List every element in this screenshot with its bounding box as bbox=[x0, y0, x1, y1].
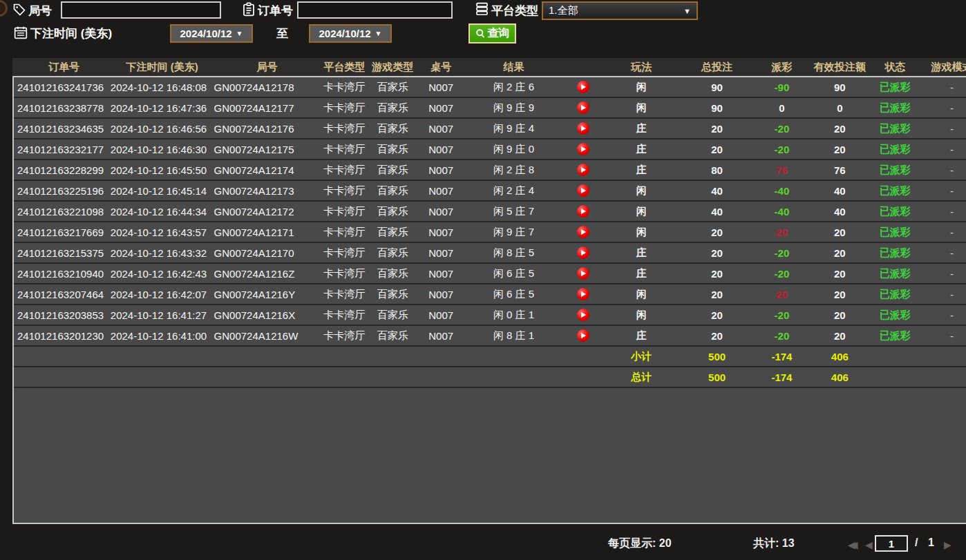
replay-play-icon[interactable] bbox=[577, 81, 589, 93]
cell-platform: 卡卡湾厅 bbox=[320, 184, 368, 197]
to-label: 至 bbox=[276, 26, 288, 41]
replay-play-icon[interactable] bbox=[577, 143, 589, 155]
cell-play bbox=[562, 267, 604, 280]
platform-type-value: 1.全部 bbox=[549, 4, 578, 17]
cell-result: 闲 6 庄 5 bbox=[465, 267, 562, 280]
cell-table_no: N007 bbox=[417, 123, 465, 135]
replay-play-icon[interactable] bbox=[577, 288, 589, 300]
cell-platform: 卡卡湾厅 bbox=[320, 267, 368, 280]
cell-total_bet: 500 bbox=[679, 351, 755, 363]
order-number-input[interactable] bbox=[297, 1, 453, 19]
column-header: 总投注 bbox=[679, 61, 755, 74]
cell-play bbox=[562, 309, 604, 321]
date-to-picker[interactable]: 2024/10/12 ▼ bbox=[309, 24, 392, 43]
cell-mode: - bbox=[919, 289, 966, 300]
cell-round: GN00724A1216Y bbox=[214, 289, 321, 300]
cell-round: GN00724A12174 bbox=[214, 164, 321, 176]
cell-result: 闲 9 庄 9 bbox=[465, 102, 562, 115]
next-page-icon[interactable]: ▶ bbox=[944, 537, 951, 553]
cell-play bbox=[562, 164, 604, 176]
subtotal-row: 小计500-174406 bbox=[14, 347, 966, 367]
cell-total_bet: 20 bbox=[679, 247, 755, 259]
query-button-label: 查询 bbox=[488, 26, 510, 41]
cell-platform: 卡卡湾厅 bbox=[320, 102, 368, 115]
cell-order: 241012163221098 bbox=[14, 206, 111, 218]
cell-game: 百家乐 bbox=[368, 122, 417, 135]
cell-play: 小计 bbox=[604, 350, 679, 363]
table-row: 2410121632074642024-10-12 16:42:07GN0072… bbox=[14, 284, 966, 305]
cell-platform: 卡卡湾厅 bbox=[320, 329, 368, 342]
cell-play bbox=[562, 143, 604, 155]
cell-play bbox=[562, 122, 604, 135]
prev-page-icon[interactable]: ◀ bbox=[865, 537, 873, 553]
date-from-picker[interactable]: 2024/10/12 ▼ bbox=[170, 24, 253, 43]
replay-play-icon[interactable] bbox=[577, 122, 589, 135]
replay-play-icon[interactable] bbox=[577, 102, 589, 114]
cell-mode: - bbox=[919, 164, 966, 176]
cell-result: 闲 8 庄 5 bbox=[465, 247, 562, 260]
cell-valid_bet: 20 bbox=[808, 330, 871, 342]
cell-order: 241012163232177 bbox=[14, 144, 111, 155]
replay-play-icon[interactable] bbox=[577, 205, 589, 218]
cell-game: 百家乐 bbox=[368, 143, 417, 156]
table-row: 2410121632210982024-10-12 16:44:34GN0072… bbox=[14, 202, 966, 222]
cell-valid_bet: 20 bbox=[808, 226, 871, 238]
cell-result: 闲 2 庄 4 bbox=[465, 184, 562, 197]
table-header-row: 订单号下注时间 (美东)局号平台类型游戏类型桌号结果玩法总投注派彩有效投注额状态… bbox=[12, 58, 966, 76]
platform-type-select[interactable]: 1.全部 ▼ bbox=[542, 1, 698, 20]
cell-round: GN00724A1216W bbox=[214, 330, 321, 342]
replay-play-icon[interactable] bbox=[577, 226, 589, 238]
first-page-icon[interactable]: ◀◀ bbox=[848, 537, 853, 553]
cell-payout: 20 bbox=[755, 289, 809, 300]
cell-mode: - bbox=[919, 123, 966, 135]
cell-valid_bet: 90 bbox=[808, 81, 871, 93]
page-number-input[interactable] bbox=[875, 535, 908, 552]
cell-play: 闲 bbox=[604, 102, 679, 115]
cell-total_bet: 20 bbox=[679, 226, 755, 238]
cell-time: 2024-10-12 16:47:36 bbox=[111, 102, 214, 114]
cell-valid_bet: 76 bbox=[808, 164, 871, 176]
cell-round: GN00724A1216X bbox=[214, 309, 321, 321]
cell-round: GN00724A12175 bbox=[214, 144, 321, 155]
cell-total_bet: 90 bbox=[679, 102, 755, 114]
replay-play-icon[interactable] bbox=[577, 267, 589, 280]
cell-play: 庄 bbox=[604, 329, 679, 342]
column-header: 游戏模式 bbox=[919, 61, 966, 74]
round-number-input[interactable] bbox=[61, 1, 221, 19]
cell-time: 2024-10-12 16:41:00 bbox=[111, 330, 214, 342]
cell-play: 庄 bbox=[604, 164, 679, 177]
replay-play-icon[interactable] bbox=[577, 309, 589, 321]
cell-game: 百家乐 bbox=[368, 102, 417, 115]
replay-play-icon[interactable] bbox=[577, 329, 589, 342]
cell-platform: 卡卡湾厅 bbox=[320, 164, 368, 177]
cell-round: GN00724A12171 bbox=[214, 226, 321, 238]
cell-game: 百家乐 bbox=[368, 329, 417, 342]
cell-play bbox=[562, 184, 604, 197]
cell-valid_bet: 406 bbox=[808, 371, 871, 383]
table-row: 2410121632109402024-10-12 16:42:43GN0072… bbox=[14, 264, 966, 284]
query-button[interactable]: 查询 bbox=[468, 23, 516, 44]
replay-play-icon[interactable] bbox=[577, 164, 589, 176]
cell-result: 闲 0 庄 1 bbox=[465, 309, 562, 322]
cell-play: 庄 bbox=[604, 267, 679, 280]
cell-time: 2024-10-12 16:43:32 bbox=[111, 247, 214, 259]
cell-status: 已派彩 bbox=[871, 81, 919, 94]
cell-total_bet: 20 bbox=[679, 144, 755, 155]
column-header: 派彩 bbox=[755, 61, 809, 74]
bet-time-label: 下注时间 (美东) bbox=[30, 26, 112, 41]
cell-order: 241012163201230 bbox=[14, 330, 111, 342]
cell-total_bet: 40 bbox=[679, 206, 755, 218]
cell-status: 已派彩 bbox=[871, 247, 919, 260]
replay-play-icon[interactable] bbox=[577, 247, 589, 259]
total-pages-text: 1 bbox=[928, 537, 934, 549]
cell-play: 闲 bbox=[604, 226, 679, 239]
cell-play: 闲 bbox=[604, 184, 679, 197]
date-from-value: 2024/10/12 bbox=[180, 28, 232, 39]
cell-result: 闲 2 庄 6 bbox=[465, 81, 562, 94]
replay-play-icon[interactable] bbox=[577, 184, 589, 197]
cell-valid_bet: 20 bbox=[808, 144, 871, 155]
cell-table_no: N007 bbox=[417, 185, 465, 197]
cell-payout: -40 bbox=[755, 185, 809, 197]
cell-platform: 卡卡湾厅 bbox=[320, 122, 368, 135]
cell-status: 已派彩 bbox=[871, 309, 919, 322]
